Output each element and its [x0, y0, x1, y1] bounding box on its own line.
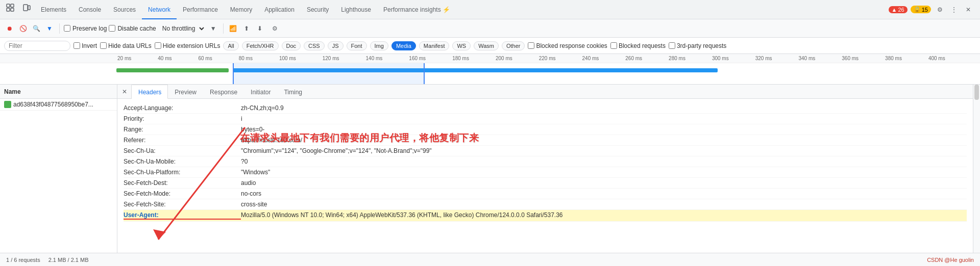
- filter-font-btn[interactable]: Font: [347, 41, 367, 50]
- tab-security[interactable]: Security: [301, 0, 335, 19]
- filter-ws-btn[interactable]: WS: [452, 41, 471, 50]
- sub-tab-timing[interactable]: Timing: [277, 85, 309, 99]
- settings-icon[interactable]: ⚙: [934, 4, 945, 15]
- devtools-tab-bar: Elements Console Sources Network Perform…: [0, 0, 980, 19]
- filter-bar: Invert Hide data URLs Hide extension URL…: [0, 38, 980, 54]
- tab-sources[interactable]: Sources: [107, 0, 142, 19]
- header-row: Sec-Ch-Ua-Mobile: ?0: [124, 156, 967, 167]
- waterfall-bar-green: [116, 68, 229, 72]
- disable-cache-checkbox[interactable]: Disable cache: [109, 25, 156, 32]
- tab-icon-device[interactable]: [18, 0, 35, 19]
- tab-performance-insights[interactable]: Performance insights ⚡: [377, 0, 456, 19]
- filter-other-btn[interactable]: Other: [502, 41, 525, 50]
- tab-performance[interactable]: Performance: [177, 0, 224, 19]
- settings-network-icon[interactable]: ⚙: [270, 23, 281, 34]
- sub-tab-response[interactable]: Response: [203, 85, 244, 99]
- main-content: Name ad638f43f04877568950be7... ✕ Header…: [0, 85, 980, 253]
- header-row: Sec-Fetch-Mode: no-cors: [124, 189, 967, 199]
- blocked-response-cookies-checkbox[interactable]: Blocked response cookies: [528, 42, 607, 49]
- preserve-log-input[interactable]: [64, 25, 70, 32]
- upload-icon[interactable]: ⬆: [241, 23, 252, 34]
- disable-cache-input[interactable]: [109, 25, 115, 32]
- user-agent-row: User-Agent: Mozilla/5.0 (Windows NT 10.0…: [124, 210, 967, 222]
- timeline-area: 20 ms 40 ms 60 ms 80 ms 100 ms 120 ms 14…: [0, 54, 980, 85]
- tab-icon-inspect[interactable]: [2, 0, 18, 19]
- third-party-requests-checkbox[interactable]: 3rd-party requests: [669, 42, 726, 49]
- selection-highlight: [233, 63, 425, 85]
- sub-tab-preview[interactable]: Preview: [168, 85, 203, 99]
- warning-badge: ▲ 26: [889, 6, 908, 13]
- filter-wasm-btn[interactable]: Wasm: [474, 41, 499, 50]
- invert-checkbox[interactable]: Invert: [74, 42, 97, 49]
- right-scrollbar[interactable]: [973, 85, 980, 253]
- filter-manifest-btn[interactable]: Manifest: [419, 41, 450, 50]
- transferred-size: 2.1 MB / 2.1 MB: [48, 257, 89, 263]
- csdn-credit: CSDN @He guolin: [927, 257, 974, 263]
- throttle-select[interactable]: No throttling: [158, 23, 206, 34]
- request-type-icon: [4, 101, 11, 108]
- clear-icon[interactable]: 🚫: [17, 23, 29, 34]
- timeline-ruler: 20 ms 40 ms 60 ms 80 ms 100 ms 120 ms 14…: [0, 54, 980, 63]
- throttle-dropdown-icon[interactable]: ▼: [208, 23, 219, 34]
- tab-network[interactable]: Network: [142, 0, 177, 19]
- svg-rect-1: [11, 4, 14, 7]
- info-badge: 🔒 15: [911, 6, 931, 13]
- hide-extension-urls-checkbox[interactable]: Hide extension URLs: [155, 42, 220, 49]
- network-toolbar: ⏺ 🚫 🔍 ▼ Preserve log Disable cache No th…: [0, 19, 980, 38]
- header-row: Priority: i: [124, 114, 967, 124]
- right-panel: ✕ Headers Preview Response Initiator Tim…: [117, 85, 973, 253]
- search-icon[interactable]: 🔍: [31, 23, 42, 34]
- svg-rect-0: [7, 4, 10, 7]
- sub-tab-initiator[interactable]: Initiator: [244, 85, 277, 99]
- request-item[interactable]: ad638f43f04877568950be7...: [0, 99, 117, 111]
- header-row: Range: bytes=0-: [124, 124, 967, 135]
- sub-tabs: ✕ Headers Preview Response Initiator Tim…: [117, 85, 973, 99]
- requests-count: 1 / 6 requests: [6, 257, 40, 263]
- headers-content: Accept-Language: zh-CN,zh;q=0.9 Priority…: [117, 99, 973, 253]
- header-row: Sec-Ch-Ua: "Chromium";v="124", "Google-C…: [124, 146, 967, 156]
- tab-console[interactable]: Console: [72, 0, 107, 19]
- close-devtools-icon[interactable]: ✕: [963, 4, 974, 15]
- download-icon[interactable]: ⬇: [254, 23, 265, 34]
- filter-input[interactable]: [4, 41, 70, 51]
- filter-fetch-xhr-btn[interactable]: Fetch/XHR: [242, 41, 279, 50]
- tab-elements[interactable]: Elements: [35, 0, 72, 19]
- filter-icon[interactable]: ▼: [44, 23, 55, 34]
- status-bar: 1 / 6 requests 2.1 MB / 2.1 MB CSDN @He …: [0, 253, 980, 266]
- filter-img-btn[interactable]: Img: [370, 41, 388, 50]
- toolbar-separator-1: [59, 23, 60, 34]
- scrollbar-thumb: [974, 85, 979, 100]
- svg-rect-3: [11, 8, 14, 11]
- filter-js-btn[interactable]: JS: [328, 41, 344, 50]
- sub-tab-headers[interactable]: Headers: [132, 85, 168, 99]
- preserve-log-checkbox[interactable]: Preserve log: [64, 25, 107, 32]
- wifi-icon[interactable]: 📶: [228, 23, 239, 34]
- header-row: Sec-Fetch-Site: cross-site: [124, 199, 967, 210]
- tab-application[interactable]: Application: [258, 0, 301, 19]
- tab-memory[interactable]: Memory: [224, 0, 258, 19]
- svg-rect-4: [23, 5, 28, 11]
- timeline-waterfall: [0, 63, 980, 84]
- header-row: Sec-Ch-Ua-Platform: "Windows": [124, 167, 967, 178]
- blocked-requests-checkbox[interactable]: Blocked requests: [610, 42, 666, 49]
- filter-all-btn[interactable]: All: [223, 41, 238, 50]
- svg-rect-2: [7, 8, 10, 11]
- filter-media-btn[interactable]: Media: [391, 41, 416, 50]
- close-detail-btn[interactable]: ✕: [117, 85, 132, 99]
- header-row: Accept-Language: zh-CN,zh;q=0.9: [124, 103, 967, 114]
- name-column-header: Name: [0, 85, 117, 99]
- record-icon[interactable]: ⏺: [4, 23, 15, 34]
- header-row: Sec-Fetch-Dest: audio: [124, 178, 967, 189]
- hide-data-urls-checkbox[interactable]: Hide data URLs: [100, 42, 152, 49]
- filter-doc-btn[interactable]: Doc: [282, 41, 301, 50]
- toolbar-separator-2: [223, 23, 224, 34]
- more-options-icon[interactable]: ⋮: [948, 4, 960, 15]
- left-panel: Name ad638f43f04877568950be7...: [0, 85, 117, 253]
- filter-css-btn[interactable]: CSS: [304, 41, 325, 50]
- tab-lighthouse[interactable]: Lighthouse: [335, 0, 377, 19]
- header-row: Referer: https://music.163.com/: [124, 135, 967, 146]
- svg-rect-5: [28, 6, 30, 10]
